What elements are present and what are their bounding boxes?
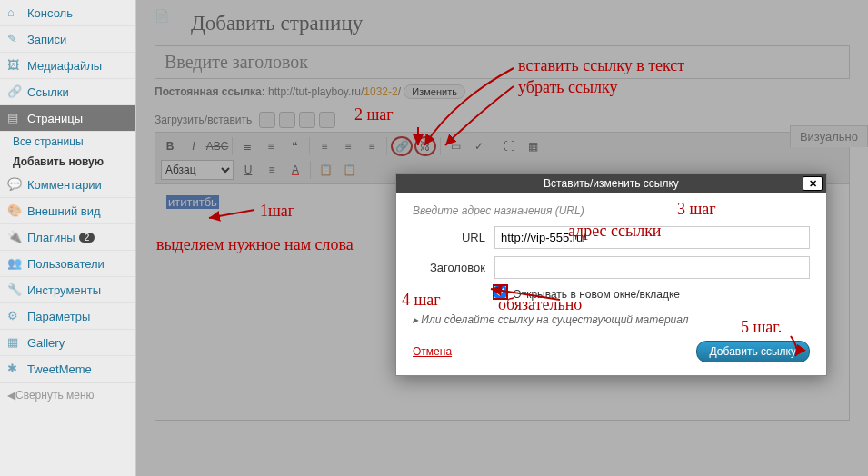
admin-sidebar: ⌂Консоль ✎Записи 🖼Медиафайлы 🔗Ссылки ▤Ст… [0, 0, 136, 476]
dialog-expand[interactable]: Или сделайте ссылку на существующий мате… [413, 313, 810, 326]
link-dialog: Вставить/изменить ссылку ✕ Введите адрес… [395, 173, 827, 376]
url-input[interactable] [494, 226, 810, 249]
plugin-icon: 🔌 [7, 230, 22, 244]
collapse-menu[interactable]: ◀Свернуть меню [0, 382, 135, 407]
sidebar-item-settings[interactable]: ⚙Параметры [0, 303, 135, 330]
sidebar-item-gallery[interactable]: ▦Gallery [0, 330, 135, 356]
tweet-icon: ✱ [7, 362, 22, 376]
sidebar-item-console[interactable]: ⌂Консоль [0, 0, 135, 26]
dialog-title: Вставить/изменить ссылку ✕ [396, 174, 826, 193]
sidebar-item-users[interactable]: 👥Пользователи [0, 251, 135, 277]
sidebar-item-comments[interactable]: 💬Комментарии [0, 172, 135, 198]
dialog-submit[interactable]: Добавить ссылку [696, 341, 810, 362]
collapse-icon: ◀ [7, 389, 15, 402]
sidebar-item-pages[interactable]: ▤Страницы [0, 105, 135, 132]
newtab-label: Открывать в новом окне/вкладке [513, 288, 680, 301]
dialog-close-button[interactable]: ✕ [803, 176, 823, 191]
sidebar-sub-add-new[interactable]: Добавить новую [0, 152, 135, 172]
dashboard-icon: ⌂ [7, 5, 22, 20]
gallery-icon: ▦ [7, 335, 22, 350]
dialog-hint: Введите адрес назначения (URL) [413, 204, 810, 217]
sidebar-item-tools[interactable]: 🔧Инструменты [0, 277, 135, 303]
link-title-input[interactable] [494, 256, 810, 279]
settings-icon: ⚙ [7, 309, 22, 323]
sidebar-item-media[interactable]: 🖼Медиафайлы [0, 53, 135, 79]
media-icon: 🖼 [7, 58, 22, 73]
link-icon: 🔗 [7, 84, 22, 99]
newtab-checkbox[interactable] [494, 286, 506, 298]
link-title-label: Заголовок [413, 261, 485, 274]
sidebar-item-appearance[interactable]: 🎨Внешний вид [0, 198, 135, 224]
plugin-badge: 2 [79, 233, 95, 243]
comment-icon: 💬 [7, 177, 22, 192]
tools-icon: 🔧 [7, 283, 22, 297]
users-icon: 👥 [7, 256, 22, 271]
dialog-cancel[interactable]: Отмена [413, 345, 452, 358]
sidebar-item-tweetmeme[interactable]: ✱TweetMeme [0, 356, 135, 382]
sidebar-item-links[interactable]: 🔗Ссылки [0, 79, 135, 105]
page-icon: ▤ [7, 111, 22, 125]
url-label: URL [413, 231, 485, 244]
pin-icon: ✎ [7, 32, 22, 46]
sidebar-sub-all-pages[interactable]: Все страницы [0, 132, 135, 152]
sidebar-item-plugins[interactable]: 🔌Плагины2 [0, 224, 135, 251]
appearance-icon: 🎨 [7, 203, 22, 218]
sidebar-item-posts[interactable]: ✎Записи [0, 26, 135, 53]
